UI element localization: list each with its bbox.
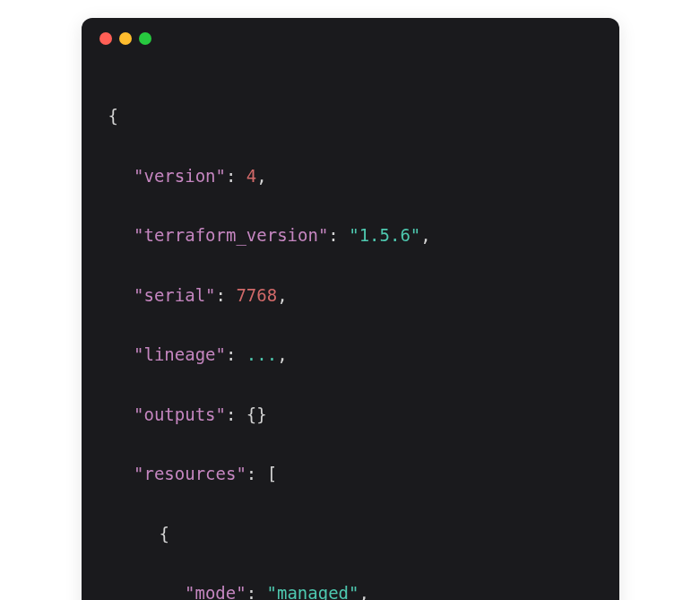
code-area: { "version": 4, "terraform_version": "1.… bbox=[82, 54, 619, 600]
key-lineage: "lineage" bbox=[134, 344, 226, 364]
comma: , bbox=[277, 344, 287, 364]
value-version: 4 bbox=[246, 166, 256, 186]
value-serial: 7768 bbox=[236, 285, 277, 305]
colon: : bbox=[226, 344, 246, 364]
key-terraform-version: "terraform_version" bbox=[134, 225, 328, 245]
window-titlebar bbox=[82, 18, 619, 54]
colon: : bbox=[246, 583, 267, 600]
colon: : bbox=[246, 464, 267, 483]
value-mode: "managed" bbox=[267, 583, 359, 600]
value-terraform-version: "1.5.6" bbox=[349, 225, 420, 245]
comma: , bbox=[420, 225, 430, 245]
key-version: "version" bbox=[134, 166, 226, 186]
colon: : bbox=[226, 404, 246, 424]
maximize-icon[interactable] bbox=[139, 32, 151, 45]
value-lineage: ... bbox=[246, 344, 277, 364]
key-outputs: "outputs" bbox=[134, 404, 226, 424]
brace-open: { bbox=[108, 106, 118, 126]
resource-brace-open: { bbox=[160, 524, 169, 543]
colon: : bbox=[216, 285, 237, 305]
comma: , bbox=[359, 583, 368, 600]
comma: , bbox=[277, 285, 287, 305]
bracket-open: [ bbox=[267, 464, 277, 483]
close-icon[interactable] bbox=[99, 32, 112, 45]
key-resources: "resources" bbox=[134, 464, 246, 483]
colon: : bbox=[328, 225, 349, 245]
value-outputs: {} bbox=[246, 404, 267, 424]
colon: : bbox=[226, 166, 246, 186]
code-window: { "version": 4, "terraform_version": "1.… bbox=[82, 18, 619, 600]
minimize-icon[interactable] bbox=[119, 32, 132, 45]
comma: , bbox=[256, 166, 266, 186]
key-mode: "mode" bbox=[185, 583, 246, 600]
key-serial: "serial" bbox=[134, 285, 216, 305]
